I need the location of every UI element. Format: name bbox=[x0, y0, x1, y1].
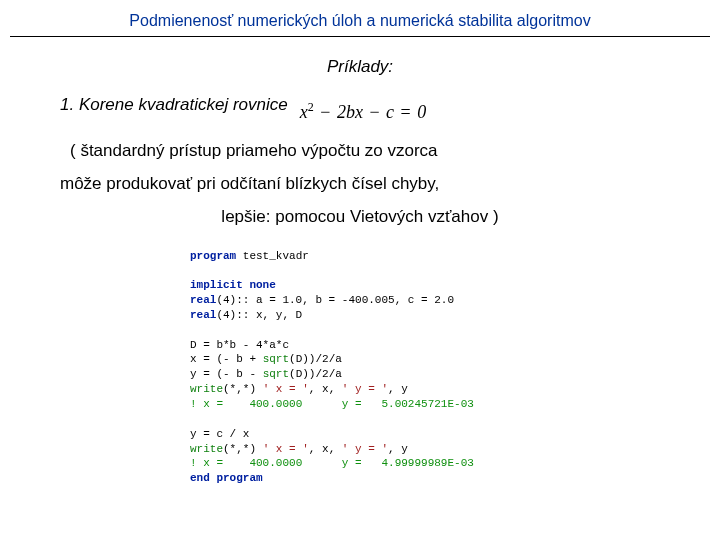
example-1-heading-row: 1. Korene kvadratickej rovnice x2 − 2bx … bbox=[60, 95, 660, 127]
slide-content: Príklady: 1. Korene kvadratickej rovnice… bbox=[0, 37, 720, 486]
code-x-c: (D))/2/a bbox=[289, 353, 342, 365]
code-w1f: , y bbox=[388, 383, 408, 395]
formula-c: c bbox=[386, 102, 394, 122]
code-sqrt-1: sqrt bbox=[263, 353, 289, 365]
formula-x: x bbox=[300, 102, 308, 122]
code-D: D = b*b - 4*a*c bbox=[190, 339, 289, 351]
code-write-2: write bbox=[190, 443, 223, 455]
example-1-line-1: ( štandardný prístup priameho výpočtu zo… bbox=[70, 137, 660, 164]
formula-eq: = bbox=[401, 102, 411, 122]
code-kw-real-2: real bbox=[190, 309, 216, 321]
formula-2bx: 2bx bbox=[337, 102, 363, 122]
quadratic-formula: x2 − 2bx − c = 0 bbox=[300, 100, 426, 123]
code-decl-2: (4):: x, y, D bbox=[216, 309, 302, 321]
formula-minus-2: − bbox=[369, 102, 379, 122]
code-progname: test_kvadr bbox=[236, 250, 309, 262]
example-1-line-3: lepšie: pomocou Vietových vzťahov ) bbox=[60, 203, 660, 230]
slide-header: Podmienenosť numerických úloh a numerick… bbox=[10, 0, 710, 37]
formula-minus-1: − bbox=[320, 102, 330, 122]
code-w1c: ' x = ' bbox=[263, 383, 309, 395]
example-1-heading: 1. Korene kvadratickej rovnice bbox=[60, 95, 288, 115]
fortran-code-block: program test_kvadr implicit none real(4)… bbox=[190, 249, 530, 487]
code-x-a: x = (- b + bbox=[190, 353, 263, 365]
code-comment-1a: ! bbox=[190, 398, 197, 410]
formula-exp: 2 bbox=[308, 100, 314, 114]
code-w1b: (*,*) bbox=[223, 383, 263, 395]
code-w2f: , y bbox=[388, 443, 408, 455]
slide-title: Podmienenosť numerických úloh a numerick… bbox=[129, 12, 590, 29]
code-kw-program: program bbox=[190, 250, 236, 262]
code-w2c: ' x = ' bbox=[263, 443, 309, 455]
example-1-line-2: môže produkovať pri odčítaní blízkych čí… bbox=[60, 170, 660, 197]
code-decl-1: (4):: a = 1.0, b = -400.005, c = 2.0 bbox=[216, 294, 454, 306]
code-y-c: (D))/2/a bbox=[289, 368, 342, 380]
examples-label: Príklady: bbox=[60, 57, 660, 77]
code-y-a: y = (- b - bbox=[190, 368, 263, 380]
code-kw-real-1: real bbox=[190, 294, 216, 306]
code-kw-implicit: implicit none bbox=[190, 279, 276, 291]
code-w1e: ' y = ' bbox=[342, 383, 388, 395]
code-y-cx: y = c / x bbox=[190, 428, 249, 440]
code-sqrt-2: sqrt bbox=[263, 368, 289, 380]
code-comment-2b: x = 400.0000 y = 4.99999989E-03 bbox=[197, 457, 474, 469]
code-write-1: write bbox=[190, 383, 223, 395]
code-kw-end: end program bbox=[190, 472, 263, 484]
code-w2e: ' y = ' bbox=[342, 443, 388, 455]
code-w2b: (*,*) bbox=[223, 443, 263, 455]
code-w1d: , x, bbox=[309, 383, 342, 395]
code-w2d: , x, bbox=[309, 443, 342, 455]
code-comment-2a: ! bbox=[190, 457, 197, 469]
formula-zero: 0 bbox=[417, 102, 426, 122]
code-comment-1b: x = 400.0000 y = 5.00245721E-03 bbox=[197, 398, 474, 410]
